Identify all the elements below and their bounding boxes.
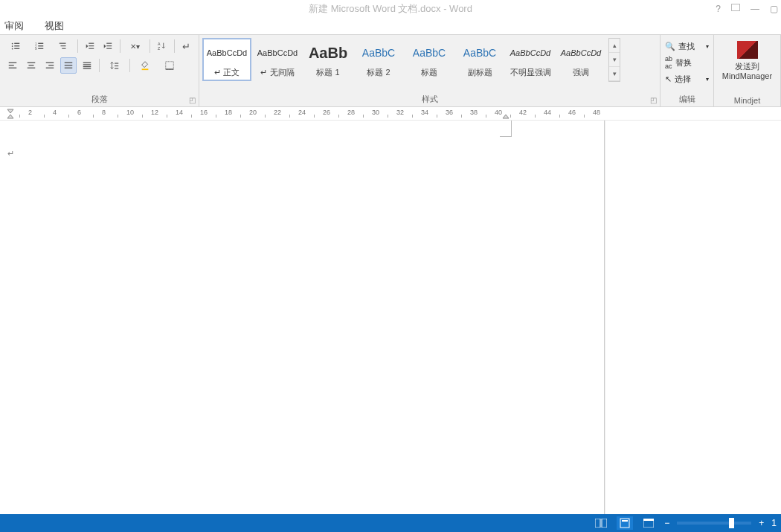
style-↵-正文[interactable]: AaBbCcDd↵ 正文 bbox=[202, 38, 251, 81]
svg-rect-1 bbox=[14, 43, 19, 44]
svg-rect-31 bbox=[46, 68, 54, 68]
svg-rect-36 bbox=[83, 64, 91, 65]
sort-button[interactable]: AZ bbox=[154, 38, 170, 54]
ruler-mark: 46 bbox=[568, 109, 576, 116]
ruler-mark: 28 bbox=[347, 109, 355, 116]
ribbon-display-icon[interactable] bbox=[731, 4, 740, 11]
svg-rect-11 bbox=[38, 48, 43, 49]
svg-rect-41 bbox=[115, 68, 118, 69]
svg-rect-9 bbox=[38, 45, 43, 46]
ruler[interactable]: 2468101214161820222426283032343638404244… bbox=[0, 107, 781, 121]
align-center-button[interactable] bbox=[23, 57, 39, 74]
svg-rect-40 bbox=[115, 65, 118, 66]
edit-group-label: 编辑 bbox=[661, 94, 713, 105]
numbering-button[interactable]: 123 bbox=[28, 38, 50, 54]
decrease-indent-button[interactable] bbox=[82, 38, 97, 54]
replace-button[interactable]: abac替换 bbox=[663, 54, 710, 71]
style-强调[interactable]: AaBbCcDd强调 bbox=[556, 38, 605, 81]
ruler-mark: 32 bbox=[396, 109, 404, 116]
align-left-button[interactable] bbox=[4, 57, 21, 74]
read-mode-button[interactable] bbox=[593, 516, 609, 530]
zoom-out-button[interactable]: − bbox=[664, 518, 669, 528]
web-layout-button[interactable] bbox=[640, 516, 657, 530]
binoculars-icon: 🔍 bbox=[665, 42, 675, 51]
svg-rect-16 bbox=[89, 45, 94, 46]
zoom-in-button[interactable]: + bbox=[759, 518, 764, 528]
asian-layout-button[interactable]: ✕▾ bbox=[124, 38, 146, 54]
find-button[interactable]: 🔍查找▾ bbox=[663, 38, 710, 54]
svg-point-0 bbox=[11, 43, 13, 45]
style-标题-2[interactable]: AaBbC标题 2 bbox=[354, 38, 403, 81]
increase-indent-button[interactable] bbox=[100, 38, 116, 54]
svg-rect-33 bbox=[65, 65, 73, 65]
svg-rect-47 bbox=[620, 519, 629, 528]
svg-point-2 bbox=[11, 45, 13, 47]
align-justify-button[interactable] bbox=[60, 57, 77, 74]
ruler-mark: 26 bbox=[323, 109, 330, 116]
paragraph-group-label: 段落 bbox=[0, 94, 199, 105]
group-mindjet: 发送到MindManager Mindjet bbox=[714, 35, 781, 106]
ruler-mark: 48 bbox=[593, 109, 600, 116]
tab-review[interactable]: 审阅 bbox=[4, 19, 24, 33]
show-marks-button[interactable]: ↵ bbox=[179, 38, 194, 54]
shading-button[interactable] bbox=[134, 57, 156, 74]
svg-rect-23 bbox=[9, 63, 17, 63]
first-line-indent-marker[interactable] bbox=[6, 107, 16, 121]
ruler-mark: 44 bbox=[544, 109, 551, 116]
ruler-mark: 8 bbox=[102, 109, 106, 116]
distributed-button[interactable] bbox=[79, 57, 95, 74]
select-button[interactable]: ↖选择▾ bbox=[663, 71, 710, 87]
mindmanager-button[interactable]: 发送到MindManager bbox=[722, 62, 772, 81]
minimize-icon[interactable]: — bbox=[751, 4, 759, 14]
svg-rect-35 bbox=[83, 63, 91, 63]
style-scroll-0[interactable]: ▴ bbox=[609, 39, 620, 53]
ruler-mark: 42 bbox=[519, 109, 527, 116]
style-scroll-1[interactable]: ▾ bbox=[609, 53, 620, 67]
tab-view[interactable]: 视图 bbox=[45, 19, 64, 33]
multilevel-list-button[interactable] bbox=[52, 38, 74, 54]
style-标题[interactable]: AaBbC标题 bbox=[405, 38, 454, 81]
svg-rect-19 bbox=[107, 45, 112, 46]
align-right-button[interactable] bbox=[42, 57, 58, 74]
style-不明显强调[interactable]: AaBbCcDd不明显强调 bbox=[506, 38, 555, 81]
ruler-mark: 38 bbox=[470, 109, 478, 116]
status-bar: − + 1 bbox=[0, 514, 781, 532]
svg-rect-34 bbox=[65, 68, 73, 68]
print-layout-button[interactable] bbox=[617, 516, 633, 530]
mindmanager-icon[interactable] bbox=[737, 41, 758, 59]
svg-rect-28 bbox=[28, 68, 36, 68]
ruler-mark: 2 bbox=[28, 109, 32, 116]
line-spacing-button[interactable] bbox=[103, 57, 126, 74]
help-icon[interactable]: ? bbox=[716, 4, 721, 14]
page-corner-mark bbox=[500, 121, 512, 137]
svg-rect-25 bbox=[9, 68, 17, 68]
ruler-mark: 24 bbox=[298, 109, 306, 116]
zoom-level[interactable]: 1 bbox=[771, 518, 777, 528]
document-area[interactable]: ↵ bbox=[0, 121, 781, 514]
svg-text:Z: Z bbox=[158, 46, 161, 51]
svg-rect-5 bbox=[14, 48, 19, 49]
paragraph-mark: ↵ bbox=[7, 149, 14, 158]
bullets-button[interactable] bbox=[4, 38, 26, 54]
zoom-slider[interactable] bbox=[677, 522, 751, 525]
maximize-icon[interactable]: ▢ bbox=[770, 4, 778, 14]
styles-launcher-icon[interactable]: ◰ bbox=[650, 96, 657, 104]
cursor-icon: ↖ bbox=[665, 74, 672, 84]
ruler-mark: 16 bbox=[200, 109, 208, 116]
ruler-mark: 10 bbox=[126, 109, 134, 116]
style-scroll-2[interactable]: ▾ bbox=[609, 67, 620, 81]
svg-rect-12 bbox=[60, 43, 66, 44]
style-↵-无间隔[interactable]: AaBbCcDd↵ 无间隔 bbox=[253, 38, 302, 81]
borders-button[interactable] bbox=[158, 57, 181, 74]
paragraph-launcher-icon[interactable]: ◰ bbox=[189, 96, 196, 104]
svg-rect-39 bbox=[115, 63, 118, 64]
svg-rect-27 bbox=[29, 65, 34, 65]
style-标题-1[interactable]: AaBb标题 1 bbox=[303, 38, 353, 81]
style-副标题[interactable]: AaBbC副标题 bbox=[455, 38, 504, 81]
right-indent-marker[interactable] bbox=[501, 107, 512, 121]
ruler-mark: 4 bbox=[53, 109, 57, 116]
svg-rect-13 bbox=[60, 45, 65, 46]
svg-rect-32 bbox=[65, 63, 73, 63]
svg-rect-44 bbox=[166, 68, 174, 69]
group-styles: AaBbCcDd↵ 正文AaBbCcDd↵ 无间隔AaBb标题 1AaBbC标题… bbox=[199, 35, 661, 106]
